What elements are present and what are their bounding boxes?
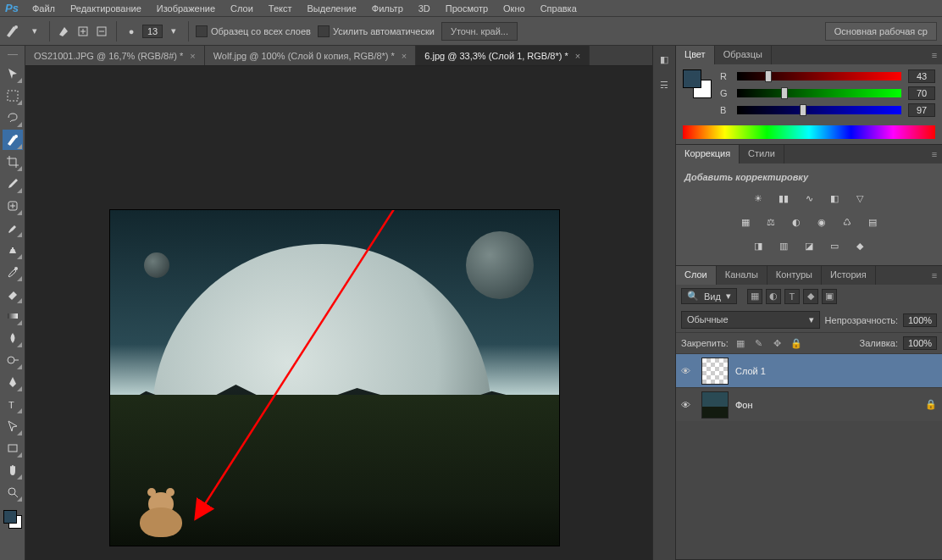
close-icon[interactable]: × <box>190 51 195 61</box>
quick-selection-tool[interactable] <box>3 130 23 150</box>
clone-stamp-tool[interactable] <box>3 240 23 260</box>
visibility-icon[interactable]: 👁 <box>681 400 695 410</box>
panel-menu-icon[interactable]: ≡ <box>927 46 942 64</box>
lock-position-icon[interactable]: ✥ <box>771 336 784 350</box>
document-tab[interactable]: Wolf.jpg @ 100% (Слой 0 копия, RGB/8*) *… <box>205 46 417 65</box>
menu-view[interactable]: Просмотр <box>439 2 495 15</box>
layer-row[interactable]: 👁 Слой 1 <box>676 353 942 387</box>
layer-row[interactable]: 👁 Фон 🔒 <box>676 387 942 421</box>
blur-tool[interactable] <box>3 328 23 348</box>
threshold-icon[interactable]: ◪ <box>800 236 818 255</box>
menu-type[interactable]: Текст <box>262 2 299 15</box>
zoom-tool[interactable] <box>3 482 23 502</box>
close-icon[interactable]: × <box>402 51 407 61</box>
hue-sat-icon[interactable]: ▦ <box>736 213 755 231</box>
document-tab[interactable]: OS21001.JPG @ 16,7% (RGB/8#) *× <box>25 46 205 65</box>
menu-layer[interactable]: Слои <box>224 2 260 15</box>
close-icon[interactable]: × <box>575 51 580 61</box>
vibrance-icon[interactable]: ▽ <box>851 189 869 208</box>
filter-pixel-icon[interactable]: ▦ <box>747 289 762 304</box>
filter-shape-icon[interactable]: ◆ <box>803 289 818 304</box>
type-tool[interactable]: T <box>3 394 23 414</box>
hand-tool[interactable] <box>3 460 23 480</box>
lock-all-icon[interactable]: 🔒 <box>790 336 803 350</box>
color-balance-icon[interactable]: ⚖ <box>762 213 780 231</box>
menu-3d[interactable]: 3D <box>412 2 437 15</box>
eyedropper-tool[interactable] <box>3 174 23 194</box>
brush-size-dropdown-icon[interactable]: ▾ <box>166 24 181 39</box>
channel-mixer-icon[interactable]: ♺ <box>838 213 856 231</box>
tab-styles[interactable]: Стили <box>740 145 784 164</box>
eraser-tool[interactable] <box>3 284 23 304</box>
panel-menu-icon[interactable]: ≡ <box>927 145 942 164</box>
menu-help[interactable]: Справка <box>534 2 584 15</box>
tab-color[interactable]: Цвет <box>676 46 715 64</box>
collapsed-panel-icon[interactable]: ◧ <box>656 51 673 68</box>
current-tool-icon[interactable] <box>5 24 20 39</box>
blend-mode-select[interactable]: Обычные▾ <box>681 311 820 329</box>
tab-layers[interactable]: Слои <box>676 266 717 285</box>
invert-icon[interactable]: ◨ <box>749 236 767 255</box>
sample-all-layers-group[interactable]: Образец со всех слоев <box>196 25 311 37</box>
foreground-background-swatches[interactable] <box>2 508 24 532</box>
gradient-tool[interactable] <box>3 306 23 326</box>
opacity-value[interactable]: 100% <box>903 313 937 327</box>
auto-enhance-group[interactable]: Усилить автоматически <box>318 25 435 37</box>
brush-size-group[interactable]: ● 13 ▾ <box>124 24 181 39</box>
brightness-contrast-icon[interactable]: ☀ <box>749 189 767 208</box>
lock-pixels-icon[interactable]: ✎ <box>752 336 766 350</box>
marquee-tool[interactable] <box>3 86 23 106</box>
lock-transparency-icon[interactable]: ▦ <box>734 336 747 350</box>
tool-presets-dropdown-icon[interactable]: ▾ <box>27 24 42 39</box>
selective-color-icon[interactable]: ◆ <box>851 236 869 255</box>
layer-name[interactable]: Фон <box>735 400 753 410</box>
slider-g[interactable] <box>737 89 901 97</box>
tab-paths[interactable]: Контуры <box>767 266 822 285</box>
crop-tool[interactable] <box>3 152 23 172</box>
photo-filter-icon[interactable]: ◉ <box>812 213 831 231</box>
dodge-tool[interactable] <box>3 350 23 370</box>
tab-swatches[interactable]: Образцы <box>715 46 772 64</box>
value-g[interactable]: 70 <box>908 86 935 100</box>
tab-adjustments[interactable]: Коррекция <box>676 145 740 164</box>
workspace-switcher[interactable]: Основная рабочая ср <box>825 22 937 41</box>
levels-icon[interactable]: ▮▮ <box>774 189 793 208</box>
value-r[interactable]: 43 <box>908 69 935 83</box>
tab-history[interactable]: История <box>822 266 876 285</box>
menu-file[interactable]: Файл <box>25 2 62 15</box>
visibility-icon[interactable]: 👁 <box>681 366 695 376</box>
filter-type-icon[interactable]: T <box>784 289 800 304</box>
brush-tool[interactable] <box>3 218 23 238</box>
menu-filter[interactable]: Фильтр <box>365 2 410 15</box>
slider-r[interactable] <box>737 72 901 80</box>
filter-adjust-icon[interactable]: ◐ <box>766 289 781 304</box>
tab-channels[interactable]: Каналы <box>717 266 767 285</box>
layer-thumbnail[interactable] <box>701 391 729 419</box>
color-swatch-pair[interactable] <box>683 69 712 98</box>
layer-name[interactable]: Слой 1 <box>735 366 766 376</box>
menu-edit[interactable]: Редактирование <box>64 2 148 15</box>
foreground-color-swatch[interactable] <box>3 510 17 524</box>
auto-enhance-checkbox[interactable] <box>318 25 330 37</box>
foreground-color-swatch[interactable] <box>683 69 701 88</box>
move-tool[interactable] <box>3 64 23 84</box>
collapsed-panel-icon[interactable]: ☴ <box>656 76 673 93</box>
add-selection-icon[interactable] <box>75 24 91 39</box>
healing-brush-tool[interactable] <box>3 196 23 216</box>
menu-window[interactable]: Окно <box>496 2 532 15</box>
path-selection-tool[interactable] <box>3 416 23 436</box>
canvas-viewport[interactable] <box>25 66 652 560</box>
menu-select[interactable]: Выделение <box>301 2 363 15</box>
curves-icon[interactable]: ∿ <box>800 189 818 208</box>
rectangle-tool[interactable] <box>3 438 23 458</box>
lasso-tool[interactable] <box>3 108 23 128</box>
exposure-icon[interactable]: ◧ <box>825 189 844 208</box>
new-selection-icon[interactable] <box>57 24 72 39</box>
value-b[interactable]: 97 <box>908 103 935 117</box>
color-spectrum[interactable] <box>683 125 935 139</box>
slider-b[interactable] <box>737 106 901 114</box>
filter-smart-icon[interactable]: ▣ <box>822 289 837 304</box>
bw-icon[interactable]: ◐ <box>787 213 806 231</box>
layer-thumbnail[interactable] <box>701 358 729 385</box>
layer-filter-kind[interactable]: 🔍Вид▾ <box>681 288 737 304</box>
